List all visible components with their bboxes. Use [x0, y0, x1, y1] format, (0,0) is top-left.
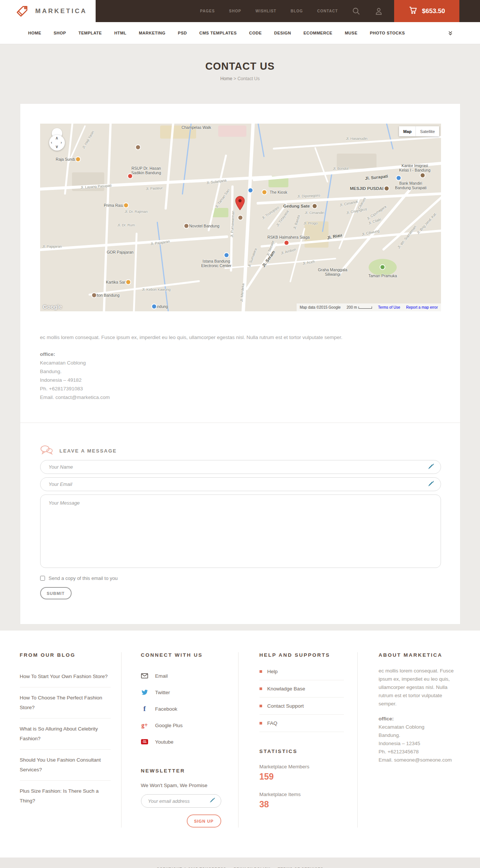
message-field-wrap: [40, 495, 440, 569]
email-icon: [141, 673, 148, 678]
nav-muse[interactable]: MUSE: [345, 31, 357, 35]
square-bullet-icon: [260, 670, 262, 673]
office-line: Indonesia – 12345: [379, 741, 420, 746]
pan-up-arrow[interactable]: ∧: [56, 136, 58, 140]
help-link[interactable]: Knowladge Base: [267, 686, 305, 692]
map-pan-arrows[interactable]: ∧ ‹ › ∨: [49, 135, 65, 151]
brand-name: MARKETICA: [35, 7, 87, 15]
social-item-facebook[interactable]: f Facebook: [141, 701, 227, 717]
nav-photo-stocks[interactable]: PHOTO STOCKS: [370, 31, 405, 35]
cart-button[interactable]: $653.50: [394, 0, 459, 22]
newsletter-email-input[interactable]: [141, 794, 221, 808]
help-link[interactable]: Contact Support: [267, 703, 304, 709]
office-line: Kecamatan Coblong: [40, 360, 86, 366]
nav-template[interactable]: TEMPLATE: [78, 31, 102, 35]
help-item[interactable]: FAQ: [260, 715, 344, 732]
blog-link[interactable]: Should You Use Fashion Consultant Servic…: [20, 757, 101, 772]
list-item: Plus Size Fashion: Is There Such a Thing…: [20, 781, 111, 811]
social-item-google-plus[interactable]: g+ Google Plus: [141, 717, 227, 734]
satellite-view-button[interactable]: Satellite: [416, 126, 439, 136]
blog-link[interactable]: Plus Size Fashion: Is There Such a Thing…: [20, 788, 99, 804]
restaurant-poi-icon: [76, 157, 80, 161]
nav-cms-templates[interactable]: CMS TEMPLATES: [199, 31, 237, 35]
stat-value: 38: [260, 799, 344, 810]
breadcrumb-home[interactable]: Home: [220, 76, 232, 81]
social-item-youtube[interactable]: YouTube Youtube: [141, 734, 227, 750]
pan-left-arrow[interactable]: ‹: [51, 140, 52, 145]
help-item[interactable]: Knowladge Base: [260, 680, 344, 698]
office-line: Kecamatan Coblong: [379, 724, 424, 730]
blog-heading: FROM OUR BLOG: [20, 652, 111, 658]
about-office-address: office: Kecamatan Coblong Bandung. Indon…: [379, 715, 460, 764]
office-line: Indonesia – 49182: [40, 377, 82, 383]
map-label: The Kiosk: [270, 190, 287, 194]
office-phone: Ph. +6212345678: [379, 749, 419, 754]
search-icon[interactable]: [352, 7, 360, 15]
name-input[interactable]: [40, 460, 441, 474]
chevron-down-icon[interactable]: [448, 30, 453, 36]
google-plus-icon: g+: [141, 722, 148, 729]
nav-design[interactable]: DESIGN: [274, 31, 291, 35]
send-copy-checkbox[interactable]: [40, 576, 45, 581]
cart-icon: [408, 6, 417, 16]
brand-tag-icon: [15, 3, 30, 19]
sign-up-button[interactable]: SIGN UP: [187, 814, 221, 828]
nav-marketing[interactable]: MARKETING: [139, 31, 165, 35]
blog-link[interactable]: How To Choose The Perfect Fashion Store?: [20, 695, 102, 710]
help-item[interactable]: Contact Support: [260, 698, 344, 715]
map-label: GOR Pajajaran: [107, 250, 134, 254]
nav-html[interactable]: HTML: [114, 31, 127, 35]
blog-link[interactable]: How To Start Your Own Fashion Store?: [20, 674, 108, 679]
pan-right-arrow[interactable]: ›: [61, 140, 62, 145]
list-item: How To Start Your Own Fashion Store?: [20, 666, 111, 687]
help-link[interactable]: Help: [267, 669, 278, 674]
social-item-twitter[interactable]: Twitter: [141, 684, 227, 701]
newsletter-tagline: We Won't Spam, We Promise: [141, 783, 227, 788]
logo[interactable]: MARKETICA: [0, 0, 96, 22]
statistics-heading: STATISTICS: [260, 748, 344, 754]
help-item[interactable]: Help: [260, 663, 344, 680]
topnav-blog[interactable]: BLOG: [291, 9, 303, 13]
facebook-icon: f: [141, 705, 148, 713]
top-nav: PAGES SHOP WISHLIST BLOG CONTACT: [200, 9, 338, 13]
submit-button[interactable]: SUBMIT: [40, 587, 72, 599]
nav-psd[interactable]: PSD: [178, 31, 187, 35]
topnav-wishlist[interactable]: WISHLIST: [255, 9, 276, 13]
report-map-error-link[interactable]: Report a map error: [406, 305, 438, 309]
station-poi-icon: [152, 305, 156, 309]
map-pan-control[interactable]: ∧ ‹ › ∨: [48, 128, 66, 151]
user-icon[interactable]: [375, 7, 383, 15]
social-label: Email: [155, 673, 168, 679]
map-canvas[interactable]: ∧ ‹ › ∨ Map Satellite Google Map data ©2…: [40, 124, 441, 311]
office-email: Email. contact@marketica.com: [40, 394, 110, 400]
pan-down-arrow[interactable]: ∨: [56, 144, 58, 149]
nav-ecommerce[interactable]: ECOMMERCE: [303, 31, 332, 35]
social-item-email[interactable]: Email: [141, 668, 227, 684]
topnav-contact[interactable]: CONTACT: [317, 9, 338, 13]
map-type-toggle: Map Satellite: [399, 126, 439, 136]
office-label: office:: [40, 351, 56, 357]
breadcrumb-separator: >: [234, 76, 236, 81]
cart-total: $653.50: [422, 7, 445, 15]
topnav-shop[interactable]: SHOP: [229, 9, 241, 13]
list-item: How To Choose The Perfect Fashion Store?: [20, 687, 111, 719]
location-pin-marker[interactable]: [235, 196, 245, 212]
nav-shop[interactable]: SHOP: [54, 31, 66, 35]
email-input[interactable]: [40, 477, 441, 491]
message-textarea[interactable]: [40, 495, 441, 568]
nav-home[interactable]: HOME: [28, 31, 41, 35]
map-label: Jl. Pasteur: [146, 186, 162, 191]
map-label: Novotel Bandung: [189, 224, 220, 228]
form-heading: LEAVE A MESSAGE: [60, 448, 117, 454]
form-heading-row: LEAVE A MESSAGE: [40, 445, 440, 457]
map-view-button[interactable]: Map: [399, 126, 416, 136]
help-link[interactable]: FAQ: [267, 720, 278, 726]
footer-about-column: ABOUT MARKETICA ec mollis lorem consequa…: [357, 652, 460, 828]
topnav-pages[interactable]: PAGES: [200, 9, 215, 13]
terms-of-use-link[interactable]: Terms of Use: [378, 305, 400, 309]
newsletter-field-wrap: [141, 794, 221, 808]
stat-value: 159: [260, 772, 344, 782]
blog-link[interactable]: What is So Alluring About Celebrity Fash…: [20, 726, 98, 741]
nav-code[interactable]: CODE: [249, 31, 262, 35]
google-logo: Google: [43, 304, 62, 310]
